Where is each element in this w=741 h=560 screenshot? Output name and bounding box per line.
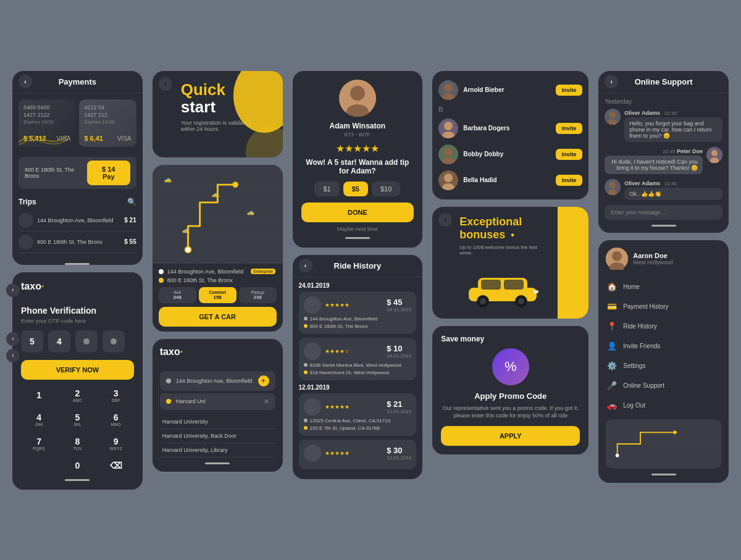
verify-button[interactable]: VERIFY NOW — [21, 360, 134, 380]
credit-card-2[interactable]: 4212 54 1427 212 Expires 14/28 $ 6,41 VI… — [79, 99, 136, 147]
otp-box-3[interactable] — [75, 330, 98, 353]
credit-card-1[interactable]: 5469 5400 1427 2122 Expires 10/20 $ 5,41… — [19, 99, 75, 147]
nav-item-payment[interactable]: 💳 Payment History — [606, 297, 721, 317]
svg-point-20 — [444, 83, 453, 92]
bonus-dot: • — [511, 230, 514, 240]
key-2[interactable]: 2ABC — [59, 385, 95, 406]
maybe-next-link[interactable]: Maybe next time — [301, 226, 414, 232]
phone-title: Phone Verification — [21, 306, 134, 316]
key-empty — [21, 457, 57, 474]
invite-button-barbara[interactable]: Invite — [556, 123, 583, 134]
ride-item-4[interactable]: ★★★★★ $ 30 12.01.2019 — [299, 440, 417, 469]
support-card: ‹ Online Support Yesterday Oliver Adams … — [598, 71, 729, 233]
pay-button[interactable]: $ 14 Pay — [87, 161, 130, 185]
support-back-button[interactable]: ‹ — [605, 75, 618, 88]
invite-button-bella[interactable]: Invite — [556, 175, 583, 186]
key-5[interactable]: 5JKL — [59, 409, 95, 430]
nav-item-invite[interactable]: 👤 Invite Friends — [606, 336, 721, 356]
key-3[interactable]: 3DEF — [98, 385, 134, 406]
trip-item-2[interactable]: 800 E 180th St, The Bronx $ 55 — [19, 232, 136, 253]
svg-point-39 — [518, 298, 524, 304]
invite-item-arnold: Arnold Bieber Invite — [438, 77, 582, 103]
get-car-button[interactable]: GET A CAR — [159, 307, 277, 327]
key-7[interactable]: 7PQRS — [21, 433, 57, 454]
keypad: 1 2ABC 3DEF 4GHI 5JKL 6MNO 7PQRS 8TUV 9W… — [21, 385, 134, 474]
svg-text:🚕: 🚕 — [247, 209, 254, 216]
suggestion-2[interactable]: Harvard University, Back Door — [160, 429, 275, 443]
invite-button-bobby[interactable]: Invite — [556, 149, 583, 160]
qs-title-white: start — [181, 98, 216, 116]
key-6[interactable]: 6MNO — [98, 409, 134, 430]
to-search-input[interactable]: Harvard Uni ✕ — [160, 393, 275, 410]
ride-date-sub-2: 24.01.2019 — [387, 353, 411, 359]
address-bar[interactable]: 800 E 180th St, The Bronx $ 14 Pay — [19, 157, 136, 189]
msg-sender-1: Oliver Adams — [624, 110, 660, 116]
invite-avatar-arnold — [438, 80, 458, 100]
message-input[interactable]: Enter your message ... — [605, 205, 722, 220]
svg-point-15 — [232, 182, 238, 188]
invite-name-bobby: Bobby Dobby — [463, 151, 503, 157]
nav-user-info: Aaron Doe West Hollywood — [633, 252, 672, 265]
key-0[interactable]: 0 — [59, 457, 95, 474]
suggestion-1[interactable]: Harvard University — [160, 415, 275, 429]
bonuses-back-button[interactable]: ‹ — [438, 213, 452, 227]
home-indicator-support — [651, 225, 676, 227]
tip-1-button[interactable]: $1 — [314, 182, 339, 196]
phone-back-button[interactable]: ‹ — [12, 283, 20, 297]
msg-time-3: 22:40 — [664, 181, 677, 186]
from-search-input[interactable]: 144 Broughton Ave, Bloomfield + — [160, 371, 275, 391]
tip-options: $1 $5 $10 — [301, 182, 414, 196]
payments-header: ‹ Payments — [12, 71, 143, 93]
nav-settings-label: Settings — [623, 362, 645, 369]
trips-header: Trips 🔍 — [19, 198, 136, 206]
nav-item-logout[interactable]: 🚗 Log Out — [606, 396, 721, 416]
key-backspace[interactable]: ⌫ — [98, 457, 134, 474]
nav-item-settings[interactable]: ⚙️ Settings — [606, 356, 721, 376]
ride-item-2[interactable]: ★★★★☆ $ 10 24.01.2019 8208 Santa Monica … — [299, 338, 417, 380]
rating-card: Adam Winsaton 673 - W7F ★★★★★ Wow! A 5 s… — [293, 71, 423, 248]
car-type-4x4[interactable]: 4x4 34$ — [159, 287, 196, 303]
invite-button-arnold[interactable]: Invite — [556, 85, 583, 96]
otp-box-4[interactable] — [103, 330, 125, 353]
otp-box-2[interactable]: 4 — [48, 330, 70, 353]
done-button[interactable]: DONE — [301, 203, 414, 222]
to-search-dot — [166, 399, 171, 404]
tip-10-button[interactable]: $10 — [372, 182, 400, 196]
from-add-button[interactable]: + — [258, 375, 269, 387]
suggestion-3[interactable]: Harvard University, Library — [160, 443, 275, 458]
svg-point-37 — [480, 298, 486, 304]
driver-name: Adam Winsaton — [301, 122, 414, 130]
back-button[interactable]: ‹ — [19, 75, 32, 88]
to-search-text: Harvard Uni — [176, 398, 206, 404]
car-type-pickup[interactable]: Pickup 23$ — [239, 287, 277, 303]
car-type-comfort[interactable]: Comfort 15$ — [199, 287, 237, 303]
support-header: ‹ Online Support — [598, 71, 729, 93]
trip-amount-1: $ 21 — [124, 217, 136, 224]
taxo-search-logo: taxo· — [160, 346, 183, 357]
ride-from-2: 8208 Santa Monica Blvd, West Hollywood — [304, 362, 412, 368]
ride-to-dot-1 — [304, 324, 308, 328]
search-icon[interactable]: 🔍 — [127, 198, 136, 206]
from-dot — [159, 269, 164, 274]
tip-5-button[interactable]: $5 — [343, 182, 368, 196]
nav-item-home[interactable]: 🏠 Home — [606, 277, 721, 297]
ride-item-1[interactable]: ★★★★★ $ 45 24.01.2019 144 Broughton Ave,… — [299, 291, 417, 334]
otp-box-1[interactable]: 5 — [21, 330, 43, 353]
qs-back-button[interactable]: ‹ — [159, 77, 172, 91]
key-4[interactable]: 4GHI — [21, 409, 57, 430]
col-3: Adam Winsaton 673 - W7F ★★★★★ Wow! A 5 s… — [293, 71, 423, 490]
msg-content-2: 22:35 Peter Doe Hi dude, I haven't notic… — [605, 147, 703, 174]
col-1: ‹ Payments 5469 5400 1427 2122 Expires 1… — [12, 71, 143, 490]
nav-item-support[interactable]: 🎤 Online Support — [606, 376, 721, 396]
key-8[interactable]: 8TUV — [59, 433, 95, 454]
trip-item-1[interactable]: 144 Broughton Ave, Bloomfield $ 21 — [19, 210, 136, 232]
apply-promo-button[interactable]: APPLY — [441, 426, 580, 446]
key-1[interactable]: 1 — [21, 385, 57, 406]
card-expiry-2: Expires 14/28 — [84, 119, 131, 125]
nav-item-ride[interactable]: 📍 Ride History — [606, 317, 721, 336]
ride-item-3[interactable]: ★★★★★ $ 21 12.01.2019 13525 Central Ave,… — [299, 393, 417, 436]
key-9[interactable]: 9WXYZ — [98, 433, 134, 454]
ride-history-back[interactable]: ‹ — [299, 259, 312, 272]
ride-nav-icon: 📍 — [606, 320, 618, 333]
search-clear-button[interactable]: ✕ — [264, 398, 269, 406]
